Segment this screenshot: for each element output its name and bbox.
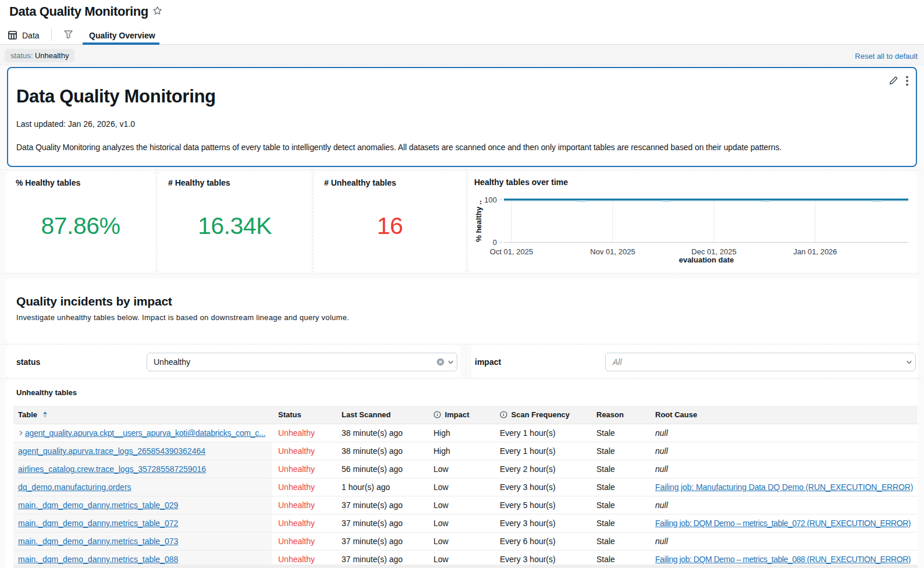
svg-text:Nov 01, 2025: Nov 01, 2025: [590, 247, 635, 256]
svg-text:Jan 01, 2026: Jan 01, 2026: [793, 247, 837, 256]
svg-text:100: 100: [484, 196, 497, 204]
svg-text:Healthy tables over time: Healthy tables over time: [474, 178, 568, 187]
svg-text:evaluation date: evaluation date: [679, 255, 734, 264]
svg-text:0: 0: [493, 238, 497, 247]
svg-text:Oct 01, 2025: Oct 01, 2025: [490, 247, 533, 256]
svg-text:Dec 01, 2025: Dec 01, 2025: [691, 247, 736, 256]
svg-text:% healthy ..: % healthy ..: [474, 200, 483, 242]
